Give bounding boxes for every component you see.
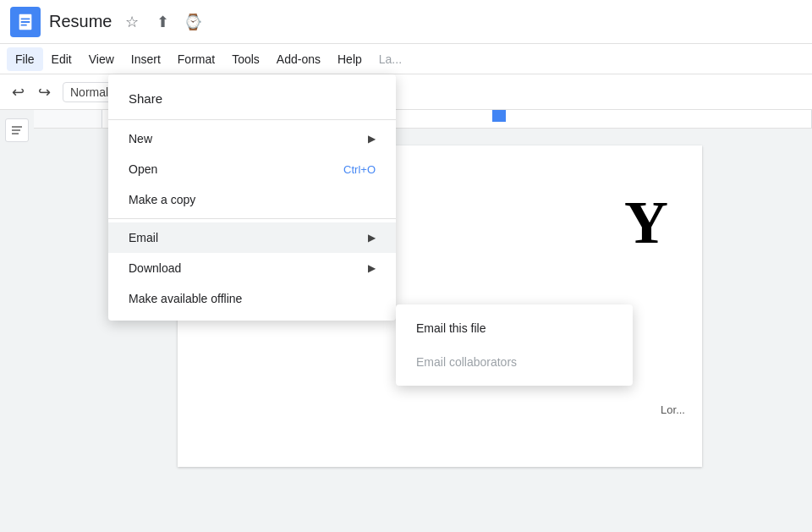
- menu-open[interactable]: Open Ctrl+O: [108, 154, 396, 184]
- open-shortcut: Ctrl+O: [343, 163, 376, 176]
- open-label: Open: [129, 162, 157, 176]
- new-arrow-icon: ▶: [368, 133, 376, 145]
- menu-item-file[interactable]: File: [7, 47, 43, 71]
- svg-rect-4: [12, 126, 22, 128]
- menu-item-tools[interactable]: Tools: [223, 47, 268, 71]
- divider-1: [108, 119, 396, 120]
- offline-label: Make available offline: [129, 292, 242, 305]
- email-submenu: Email this file Email collaborators: [396, 304, 633, 386]
- email-arrow-icon: ▶: [368, 232, 376, 244]
- menu-item-format[interactable]: Format: [169, 47, 223, 71]
- svg-rect-2: [21, 21, 30, 23]
- download-arrow-icon: ▶: [368, 262, 376, 274]
- email-collab-label: Email collaborators: [416, 355, 517, 369]
- document-title: Resume: [49, 12, 112, 31]
- title-icons: ☆ ⬆ ⌚: [120, 10, 205, 34]
- svg-rect-6: [12, 133, 19, 134]
- menu-item-edit[interactable]: Edit: [43, 47, 80, 71]
- redo-button[interactable]: ↪: [33, 80, 56, 105]
- menu-share[interactable]: Share: [108, 81, 396, 116]
- ruler-marker[interactable]: [492, 110, 506, 122]
- menu-item-insert[interactable]: Insert: [123, 47, 169, 71]
- title-bar: Resume ☆ ⬆ ⌚: [0, 0, 812, 44]
- upload-icon[interactable]: ⬆: [151, 10, 174, 34]
- make-copy-label: Make a copy: [129, 193, 195, 206]
- menu-email[interactable]: Email ▶: [108, 222, 396, 253]
- menu-item-help[interactable]: Help: [329, 47, 370, 71]
- share-label: Share: [129, 91, 162, 106]
- menu-bar: File Edit View Insert Format Tools Add-o…: [0, 44, 812, 74]
- share-history-icon[interactable]: ⌚: [181, 10, 205, 34]
- menu-download[interactable]: Download ▶: [108, 253, 396, 283]
- submenu-email-collaborators: Email collaborators: [396, 345, 633, 379]
- email-file-label: Email this file: [416, 321, 486, 335]
- page-body-text: Lor...: [661, 403, 685, 416]
- email-label: Email: [129, 231, 158, 244]
- app-icon: [10, 7, 41, 37]
- svg-rect-1: [21, 18, 30, 19]
- menu-item-addons[interactable]: Add-ons: [268, 47, 329, 71]
- svg-rect-5: [12, 129, 20, 131]
- left-panel: [0, 110, 34, 532]
- menu-offline[interactable]: Make available offline: [108, 283, 396, 314]
- menu-make-copy[interactable]: Make a copy: [108, 184, 396, 215]
- file-dropdown-menu: Share New ▶ Open Ctrl+O Make a copy Emai…: [108, 74, 396, 321]
- svg-rect-3: [21, 24, 27, 25]
- download-label: Download: [129, 261, 181, 275]
- menu-item-last[interactable]: La...: [370, 47, 410, 71]
- star-icon[interactable]: ☆: [120, 10, 144, 34]
- undo-button[interactable]: ↩: [7, 80, 30, 105]
- outline-icon[interactable]: [5, 118, 29, 142]
- outline-svg: [10, 123, 24, 137]
- docs-icon: [16, 13, 35, 31]
- menu-item-view[interactable]: View: [80, 47, 123, 71]
- new-label: New: [129, 132, 152, 145]
- menu-new[interactable]: New ▶: [108, 123, 396, 154]
- submenu-email-file[interactable]: Email this file: [396, 311, 633, 345]
- page-big-letter: Y: [624, 188, 668, 258]
- divider-2: [108, 218, 396, 219]
